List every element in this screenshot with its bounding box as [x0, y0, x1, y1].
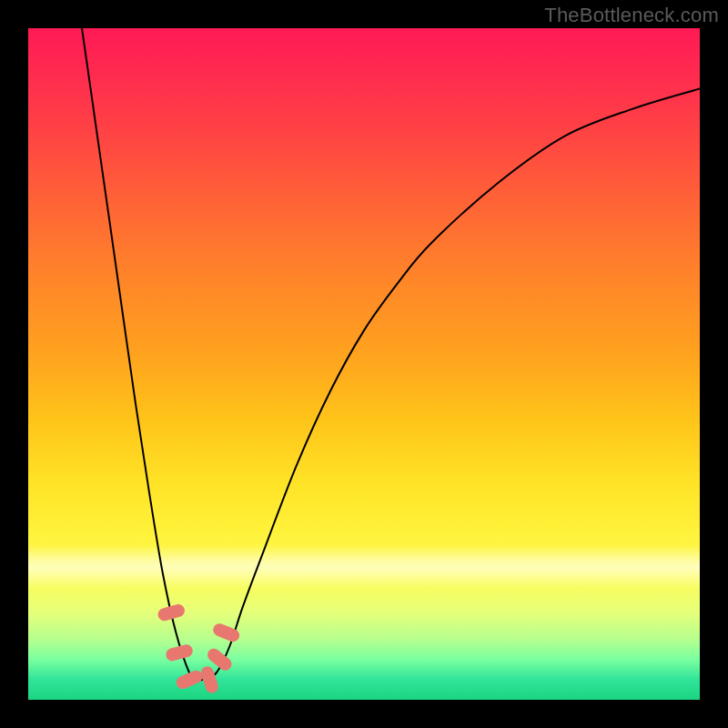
chart-frame: TheBottleneck.com: [0, 0, 728, 728]
plot-area: [28, 28, 700, 700]
watermark-text: TheBottleneck.com: [544, 4, 719, 27]
bottleneck-curve: [82, 28, 700, 681]
curve-marker: [157, 602, 187, 622]
chart-svg: [28, 28, 700, 700]
